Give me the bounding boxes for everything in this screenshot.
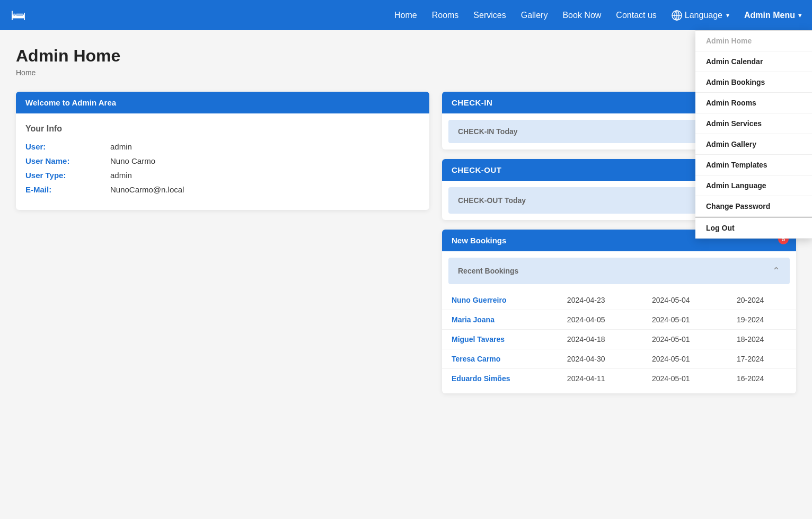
user-label: User: [25, 142, 110, 151]
left-panel: Welcome to Admin Area Your Info User: ad… [16, 92, 429, 403]
info-row-username: User Name: Nuno Carmo [25, 156, 420, 165]
booking-ref: 18-2024 [727, 330, 796, 349]
booking-name[interactable]: Eduardo Simões [452, 374, 510, 383]
page-content: Admin Home Home Welcome to Admin Area Yo… [0, 30, 812, 419]
table-row: Teresa Carmo 2024-04-30 2024-05-01 17-20… [442, 349, 796, 369]
info-row-usertype: User Type: admin [25, 171, 420, 180]
nav-home[interactable]: Home [394, 11, 417, 20]
booking-date-out: 2024-05-01 [642, 310, 727, 330]
table-row: Eduardo Simões 2024-04-11 2024-05-01 16-… [442, 369, 796, 389]
booking-date-in: 2024-04-30 [558, 349, 642, 369]
dropdown-admin-language[interactable]: Admin Language [695, 175, 812, 196]
username-value: Nuno Carmo [110, 156, 155, 165]
table-row: Maria Joana 2024-04-05 2024-05-01 19-202… [442, 310, 796, 330]
booking-ref: 19-2024 [727, 310, 796, 330]
usertype-value: admin [110, 171, 132, 180]
admin-menu-caret: ▾ [798, 12, 801, 19]
booking-date-in: 2024-04-11 [558, 369, 642, 389]
booking-date-out: 2024-05-01 [642, 369, 727, 389]
language-selector[interactable]: Language ▾ [672, 10, 729, 21]
your-info-title: Your Info [25, 124, 420, 134]
user-value: admin [110, 142, 132, 151]
booking-name[interactable]: Teresa Carmo [452, 355, 500, 363]
welcome-body: Your Info User: admin User Name: Nuno Ca… [16, 113, 429, 210]
welcome-card: Welcome to Admin Area Your Info User: ad… [16, 92, 429, 210]
dropdown-change-password[interactable]: Change Password [695, 196, 812, 217]
booking-date-out: 2024-05-01 [642, 330, 727, 349]
dropdown-admin-calendar[interactable]: Admin Calendar [695, 51, 812, 72]
booking-date-in: 2024-04-05 [558, 310, 642, 330]
booking-date-out: 2024-05-04 [642, 291, 727, 310]
booking-ref: 16-2024 [727, 369, 796, 389]
dropdown-admin-home[interactable]: Admin Home [695, 31, 812, 51]
main-layout: Welcome to Admin Area Your Info User: ad… [16, 92, 796, 403]
recent-bookings-row[interactable]: Recent Bookings ⌃ [448, 258, 790, 284]
recent-bookings-chevron-icon: ⌃ [772, 265, 780, 277]
info-row-user: User: admin [25, 142, 420, 151]
admin-menu-button[interactable]: Admin Menu ▾ [744, 11, 801, 20]
booking-name[interactable]: Nuno Guerreiro [452, 296, 506, 304]
checkin-today-label: CHECK-IN Today [458, 127, 518, 136]
language-caret: ▾ [726, 12, 729, 19]
dropdown-admin-rooms[interactable]: Admin Rooms [695, 93, 812, 113]
booking-date-out: 2024-05-01 [642, 349, 727, 369]
dropdown-admin-services[interactable]: Admin Services [695, 113, 812, 134]
info-row-email: E-Mail: NunoCarmo@n.local [25, 185, 420, 194]
booking-date-in: 2024-04-18 [558, 330, 642, 349]
checkout-today-label: CHECK-OUT Today [458, 196, 526, 205]
nav-links: Home Rooms Services Gallery Book Now Con… [394, 10, 801, 21]
new-bookings-title: New Bookings [452, 236, 506, 245]
booking-ref: 17-2024 [727, 349, 796, 369]
booking-name[interactable]: Miguel Tavares [452, 335, 505, 344]
booking-ref: 20-2024 [727, 291, 796, 310]
nav-services[interactable]: Services [473, 11, 506, 20]
booking-name[interactable]: Maria Joana [452, 315, 495, 324]
nav-book-now[interactable]: Book Now [562, 11, 601, 20]
usertype-label: User Type: [25, 171, 110, 180]
username-label: User Name: [25, 156, 110, 165]
bookings-table: Nuno Guerreiro 2024-04-23 2024-05-04 20-… [442, 291, 796, 388]
language-label: Language [685, 11, 722, 20]
nav-rooms[interactable]: Rooms [432, 11, 459, 20]
dropdown-admin-templates[interactable]: Admin Templates [695, 155, 812, 175]
welcome-header: Welcome to Admin Area [16, 92, 429, 113]
nav-gallery[interactable]: Gallery [521, 11, 548, 20]
new-bookings-card: New Bookings 5 Recent Bookings ⌃ Nuno Gu… [442, 230, 796, 393]
booking-date-in: 2024-04-23 [558, 291, 642, 310]
breadcrumb: Home [16, 68, 796, 77]
admin-dropdown-menu: Admin Home Admin Calendar Admin Bookings… [695, 30, 812, 239]
site-logo: 🛏 [11, 6, 25, 24]
table-row: Nuno Guerreiro 2024-04-23 2024-05-04 20-… [442, 291, 796, 310]
table-row: Miguel Tavares 2024-04-18 2024-05-01 18-… [442, 330, 796, 349]
globe-icon [672, 10, 682, 21]
nav-contact[interactable]: Contact us [616, 11, 656, 20]
dropdown-admin-gallery[interactable]: Admin Gallery [695, 134, 812, 155]
recent-bookings-label: Recent Bookings [458, 267, 518, 275]
dropdown-logout[interactable]: Log Out [695, 217, 812, 239]
navbar: 🛏 Home Rooms Services Gallery Book Now C… [0, 0, 812, 30]
dropdown-admin-bookings[interactable]: Admin Bookings [695, 72, 812, 93]
page-title: Admin Home [16, 46, 796, 66]
email-value: NunoCarmo@n.local [110, 185, 184, 194]
email-label: E-Mail: [25, 185, 110, 194]
